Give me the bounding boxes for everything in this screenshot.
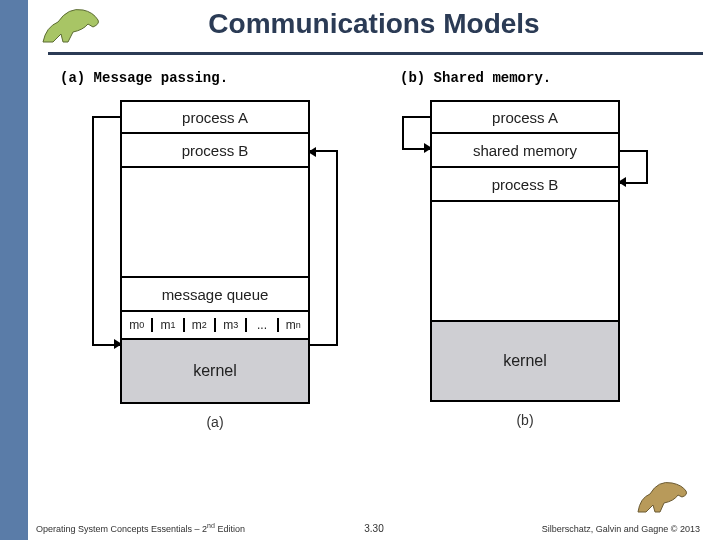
cell-kernel-b: kernel	[430, 322, 620, 402]
slot-m2: m2	[185, 318, 216, 332]
slot-m1: m1	[153, 318, 184, 332]
cell-message-slots: m0 m1 m2 m3 ... mn	[120, 312, 310, 340]
cell-kernel-a: kernel	[120, 340, 310, 404]
arrow-b-right	[620, 150, 648, 184]
slide-title: Communications Models	[48, 8, 700, 40]
subtitle-b: (b) Shared memory.	[400, 70, 700, 86]
footer-left: Operating System Concepts Essentials – 2…	[36, 522, 245, 534]
arrow-a-right	[310, 150, 338, 346]
subtitle-a: (a) Message passing.	[60, 70, 360, 86]
cell-blank-a	[120, 168, 310, 278]
cell-message-queue: message queue	[120, 278, 310, 312]
caption-a: (a)	[206, 414, 223, 430]
slot-m0: m0	[122, 318, 153, 332]
arrow-b-left	[402, 116, 430, 150]
diagram-container: process A process B message queue m0 m1 …	[60, 100, 680, 490]
sidebar-stripe	[0, 0, 28, 540]
cell-process-b-b: process B	[430, 168, 620, 202]
slide-header: Communications Models	[28, 0, 720, 50]
diagram-b-stack: process A shared memory process B kernel	[430, 100, 620, 402]
slide-footer: Operating System Concepts Essentials – 2…	[28, 522, 720, 536]
arrow-a-left	[92, 116, 120, 346]
diagram-a-stack: process A process B message queue m0 m1 …	[120, 100, 310, 404]
header-rule	[48, 52, 703, 55]
footer-copyright: Silberschatz, Galvin and Gagne © 2013	[542, 524, 700, 534]
diagram-a: process A process B message queue m0 m1 …	[120, 100, 310, 490]
slot-m3: m3	[216, 318, 247, 332]
dinosaur-icon-bottom	[634, 476, 696, 518]
caption-b: (b)	[516, 412, 533, 428]
cell-process-a: process A	[120, 100, 310, 134]
slot-mn: mn	[279, 318, 308, 332]
cell-process-b: process B	[120, 134, 310, 168]
slot-ellipsis: ...	[247, 318, 278, 332]
cell-blank-b	[430, 202, 620, 322]
diagram-b: process A shared memory process B kernel…	[430, 100, 620, 490]
footer-page-number: 3.30	[364, 523, 383, 534]
cell-shared-memory: shared memory	[430, 134, 620, 168]
cell-process-a-b: process A	[430, 100, 620, 134]
subtitle-row: (a) Message passing. (b) Shared memory.	[60, 70, 700, 86]
